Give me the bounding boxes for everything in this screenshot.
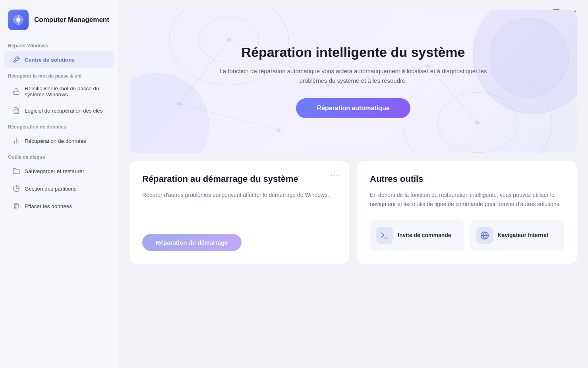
startup-card-title: Réparation au démarrage du système <box>142 173 337 185</box>
sidebar-item-label-effacer: Effacer les données <box>25 203 72 209</box>
tool-item-browser[interactable]: Navigateur Internet <box>470 220 565 251</box>
sidebar-item-partitions[interactable]: Gestion des partitions <box>4 180 114 197</box>
main-content: Réparation intelligente du système La fo… <box>118 0 588 368</box>
terminal-icon-wrapper <box>376 227 393 244</box>
more-options-button[interactable]: ··· <box>331 170 340 179</box>
chart-icon <box>12 136 21 145</box>
lock-icon <box>12 87 21 96</box>
svg-point-26 <box>227 38 231 41</box>
sidebar-item-recuperation[interactable]: Récupération de données <box>4 132 114 149</box>
section-label-reparer: Réparer Windows <box>0 38 118 51</box>
hero-description: La fonction de réparation automatique vo… <box>218 66 488 86</box>
hero-card: Réparation intelligente du système La fo… <box>130 10 577 153</box>
trash-icon <box>12 202 21 210</box>
bottom-row: ··· Réparation au démarrage du système R… <box>130 161 577 264</box>
wrench-icon <box>12 55 21 64</box>
section-label-donnees: Récupération de données <box>0 119 118 132</box>
section-label-motdepasse: Récupérér le mot de passe & clé <box>0 68 118 81</box>
sidebar: Computer Management Réparer Windows Cent… <box>0 0 118 368</box>
app-logo <box>8 10 29 30</box>
file-icon <box>12 106 21 115</box>
sidebar-item-reinitialiser[interactable]: Réinitialiser le mot de passe du système… <box>4 82 114 101</box>
tools-card-desc: En dehors de la fonction de restauration… <box>370 191 564 209</box>
sidebar-item-label-recuperation: Récupération de données <box>25 138 86 144</box>
browser-tool-label: Navigateur Internet <box>498 232 549 239</box>
hero-title: Réparation intelligente du système <box>241 45 465 60</box>
svg-point-25 <box>277 129 280 132</box>
svg-point-27 <box>476 121 480 124</box>
terminal-tool-label: Invite de commande <box>398 232 451 239</box>
startup-repair-card: ··· Réparation au démarrage du système R… <box>130 161 349 264</box>
tool-item-terminal[interactable]: Invite de commande <box>370 220 464 251</box>
svg-point-15 <box>438 92 517 153</box>
sidebar-item-effacer[interactable]: Effacer les données <box>4 198 114 214</box>
hero-deco-left <box>130 73 209 153</box>
section-label-disque: Outils de disque <box>0 150 118 162</box>
auto-repair-button[interactable]: Réparation automatique <box>296 98 410 118</box>
sidebar-item-label-logiciel: Logiciel de récupération des clés <box>25 108 103 114</box>
svg-rect-2 <box>14 91 19 94</box>
sidebar-item-logiciel-recuperation[interactable]: Logiciel de récupération des clés <box>4 102 114 119</box>
pie-icon <box>12 184 21 193</box>
sidebar-item-label-reinitialiser: Réinitialiser le mot de passe du système… <box>25 86 106 97</box>
app-header: Computer Management <box>0 0 118 38</box>
other-tools-card: Autres outils En dehors de la fonction d… <box>357 161 577 264</box>
sidebar-item-label-sauvegarder: Sauvegarder et restaurer <box>25 168 84 174</box>
sidebar-item-sauvegarder[interactable]: Sauvegarder et restaurer <box>4 163 114 179</box>
svg-point-1 <box>16 18 20 21</box>
folder-icon <box>12 167 21 175</box>
tools-grid: Invite de commande Navigateur Internet <box>370 220 564 251</box>
globe-icon-wrapper <box>476 227 493 244</box>
app-title: Computer Management <box>34 16 109 24</box>
startup-repair-button[interactable]: Réparation du démarrage <box>142 234 242 251</box>
sidebar-item-label-partitions: Gestion des partitions <box>25 186 77 192</box>
sidebar-item-label-centre: Centre de solutions <box>25 57 75 63</box>
tools-card-title: Autres outils <box>370 173 564 185</box>
startup-card-desc: Réparer d'autres problèmes qui peuvent a… <box>142 191 337 200</box>
sidebar-item-centre-de-solutions[interactable]: Centre de solutions <box>4 51 114 68</box>
